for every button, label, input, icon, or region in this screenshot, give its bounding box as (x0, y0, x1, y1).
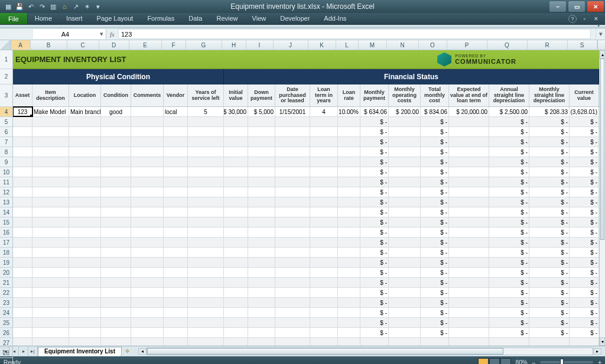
cell[interactable]: $ 208.33 (529, 107, 570, 116)
cell[interactable]: $ - (529, 117, 570, 126)
cell[interactable]: $ - (489, 207, 529, 217)
column-header[interactable]: S (568, 40, 597, 50)
cell[interactable] (275, 338, 310, 346)
cell[interactable] (338, 217, 360, 227)
cell[interactable] (529, 338, 570, 346)
cell[interactable] (101, 187, 131, 197)
cell[interactable] (131, 107, 164, 116)
row-header[interactable]: 11 (0, 177, 13, 187)
cell[interactable]: $ - (360, 127, 389, 136)
cell[interactable] (248, 177, 275, 187)
sheet-nav-next-icon[interactable]: ▸ (19, 346, 28, 356)
cell[interactable]: $ - (360, 117, 389, 126)
cell[interactable] (389, 167, 421, 177)
cell[interactable] (131, 288, 164, 297)
view-page-break-button[interactable] (500, 358, 511, 364)
cell[interactable] (69, 278, 101, 287)
cell[interactable] (275, 278, 310, 287)
zoom-out-button[interactable]: – (532, 359, 536, 365)
cell[interactable] (69, 268, 101, 277)
cell[interactable]: $ - (421, 217, 449, 227)
cell[interactable] (164, 147, 188, 157)
row-header[interactable]: 22 (0, 288, 13, 298)
cell[interactable] (224, 137, 248, 147)
cell[interactable]: $ - (360, 248, 389, 257)
cell[interactable] (248, 338, 275, 346)
fx-icon[interactable]: fx (110, 31, 115, 38)
cell[interactable]: $ - (570, 278, 599, 287)
cell[interactable]: $ - (529, 298, 570, 307)
tab-formulas[interactable]: Formulas (140, 13, 181, 24)
cell[interactable]: $ 834.06 (421, 107, 449, 116)
cell[interactable] (338, 328, 360, 337)
column-header[interactable]: B (31, 40, 67, 50)
cell[interactable]: $ - (421, 137, 449, 147)
cell[interactable] (69, 177, 101, 187)
cell[interactable]: $ - (529, 328, 570, 337)
cell[interactable] (131, 197, 164, 207)
cell[interactable]: $ - (570, 147, 599, 157)
cell[interactable] (32, 288, 69, 297)
cell[interactable] (69, 338, 101, 346)
view-normal-button[interactable] (478, 358, 489, 364)
cell[interactable] (310, 127, 338, 136)
cell[interactable]: $ - (529, 177, 570, 187)
cell[interactable] (389, 238, 421, 247)
cell[interactable] (69, 288, 101, 297)
cell[interactable] (101, 328, 131, 337)
cell[interactable] (32, 268, 69, 277)
cell[interactable] (32, 187, 69, 197)
cell[interactable] (224, 167, 248, 177)
cell[interactable] (275, 318, 310, 327)
cell[interactable] (164, 197, 188, 207)
cell[interactable] (570, 338, 599, 346)
cell[interactable] (101, 228, 131, 237)
cell[interactable] (389, 147, 421, 157)
vscroll-thumb[interactable] (600, 58, 604, 240)
cell[interactable] (389, 207, 421, 217)
cell[interactable] (13, 197, 32, 207)
cell[interactable] (310, 228, 338, 237)
zoom-level[interactable]: 80% (516, 359, 528, 365)
cell[interactable] (13, 248, 32, 257)
cell[interactable]: $ - (529, 308, 570, 317)
column-header[interactable]: M (359, 40, 387, 50)
cell[interactable]: $ - (570, 177, 599, 187)
cell[interactable] (131, 238, 164, 247)
cell[interactable] (101, 288, 131, 297)
cell[interactable] (338, 278, 360, 287)
cell[interactable] (188, 177, 224, 187)
cell[interactable] (131, 318, 164, 327)
column-header[interactable]: Q (487, 40, 528, 50)
cell[interactable] (164, 288, 188, 297)
cell[interactable] (275, 167, 310, 177)
cell[interactable] (310, 318, 338, 327)
cell[interactable]: $ - (570, 308, 599, 317)
cell[interactable] (188, 288, 224, 297)
cell[interactable] (131, 278, 164, 287)
cell[interactable] (449, 258, 489, 267)
cell[interactable] (101, 268, 131, 277)
cell[interactable] (224, 147, 248, 157)
column-header[interactable]: D (99, 40, 129, 50)
cell[interactable] (101, 117, 131, 126)
cell[interactable] (13, 187, 32, 197)
cell[interactable] (248, 248, 275, 257)
cell[interactable] (248, 137, 275, 147)
cell[interactable]: $ - (529, 167, 570, 177)
cell[interactable] (69, 228, 101, 237)
cell[interactable] (275, 258, 310, 267)
cell[interactable] (338, 338, 360, 346)
cell[interactable] (188, 238, 224, 247)
cell[interactable] (449, 137, 489, 147)
cell[interactable] (389, 197, 421, 207)
tab-view[interactable]: View (245, 13, 274, 24)
cell[interactable] (248, 127, 275, 136)
cell[interactable]: $ - (570, 217, 599, 227)
cell[interactable] (389, 248, 421, 257)
undo-icon[interactable]: ↶ (26, 2, 35, 11)
cell[interactable] (69, 308, 101, 317)
cell[interactable]: $ - (529, 137, 570, 147)
cell[interactable] (32, 147, 69, 157)
cell[interactable]: $ - (360, 207, 389, 217)
